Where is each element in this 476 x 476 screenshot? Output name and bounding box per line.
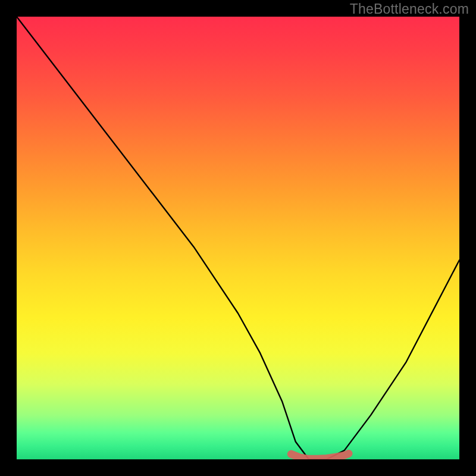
series-bottleneck-curve [17,17,459,459]
chart-frame: TheBottleneck.com [0,0,476,476]
plot-area [17,17,459,459]
series-sweet-spot-marker [291,453,349,459]
chart-svg [17,17,459,459]
watermark-text: TheBottleneck.com [350,1,469,17]
